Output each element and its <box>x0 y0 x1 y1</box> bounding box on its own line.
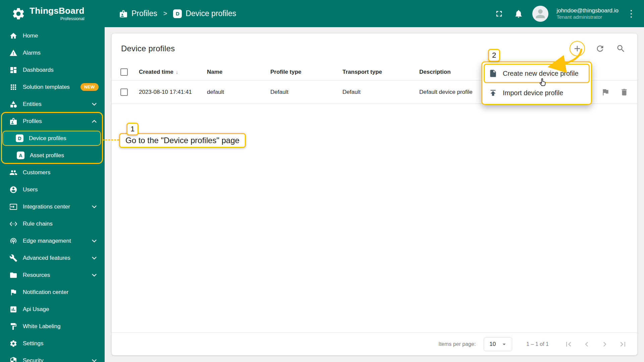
fullscreen-button[interactable] <box>493 8 505 19</box>
first-page-button[interactable] <box>564 339 574 349</box>
delete-icon[interactable] <box>620 88 629 97</box>
row-checkbox[interactable] <box>120 88 128 96</box>
column-header-name[interactable]: Name <box>207 69 270 75</box>
card-header: Device profiles <box>112 34 637 64</box>
sidebar-item-advanced-features[interactable]: Advanced features <box>0 249 105 266</box>
folder-icon <box>9 271 17 279</box>
previous-page-button[interactable] <box>582 339 592 349</box>
sidebar-item-api-usage[interactable]: Api Usage <box>0 301 105 318</box>
thingsboard-gear-icon <box>11 7 25 21</box>
asset-profiles-icon: A <box>17 152 24 159</box>
file-icon <box>489 69 497 78</box>
sidebar-item-device-profiles[interactable]: D Device profiles <box>2 131 101 146</box>
brand-subtitle: Professional <box>30 16 85 21</box>
add-profile-dropdown-menu: Create new device profile Import device … <box>481 61 592 105</box>
tutorial-step1-callout: Go to the "Device profiles" page <box>119 133 246 148</box>
refresh-icon <box>595 44 605 53</box>
column-header-transport-type[interactable]: Transport type <box>342 69 419 75</box>
brand-text: ThingsBoard Professional <box>30 6 85 21</box>
items-per-page-select[interactable]: 10 <box>484 337 512 351</box>
apps-grid-icon <box>9 83 17 91</box>
search-button[interactable] <box>615 43 627 54</box>
dashboard-icon <box>9 66 17 74</box>
sidebar-item-rule-chains[interactable]: Rule chains <box>0 215 105 232</box>
cell-created-time: 2023-08-10 17:41:41 <box>139 89 207 96</box>
page-title: Device profiles <box>121 44 175 53</box>
next-page-button[interactable] <box>600 339 610 349</box>
last-page-icon <box>618 340 628 349</box>
sidebar-item-home[interactable]: Home <box>0 27 105 44</box>
warning-icon <box>9 49 17 57</box>
sidebar-item-solution-templates[interactable]: Solution templates NEW <box>0 78 105 96</box>
chevron-down-icon <box>91 101 98 108</box>
table-actions <box>570 41 627 56</box>
add-device-profile-button[interactable] <box>570 41 585 56</box>
profiles-badge-icon <box>9 117 17 125</box>
chevron-down-icon <box>91 254 98 262</box>
column-header-profile-type[interactable]: Profile type <box>270 69 342 75</box>
set-default-flag-icon[interactable] <box>601 88 610 97</box>
people-icon <box>9 169 17 177</box>
refresh-button[interactable] <box>594 43 606 54</box>
flag-icon <box>9 288 17 296</box>
notifications-button[interactable] <box>513 8 524 19</box>
chevron-down-icon <box>91 237 98 245</box>
sidebar-item-users[interactable]: Users <box>0 181 105 198</box>
brand-logo[interactable]: ThingsBoard Professional <box>0 0 105 27</box>
sidebar-item-entities[interactable]: Entities <box>0 96 105 113</box>
paint-icon <box>9 322 17 330</box>
sidebar-item-security[interactable]: Security <box>0 352 105 362</box>
integration-icon <box>9 203 17 211</box>
chevron-down-icon <box>91 357 98 362</box>
entities-icon <box>9 100 17 108</box>
breadcrumb-device-profiles[interactable]: D Device profiles <box>173 9 236 18</box>
breadcrumb-separator: > <box>163 10 167 17</box>
sidebar-item-alarms[interactable]: Alarms <box>0 44 105 61</box>
chevron-down-icon <box>91 203 98 210</box>
more-menu-button[interactable]: ⋮ <box>627 8 635 19</box>
sidebar-item-dashboards[interactable]: Dashboards <box>0 61 105 78</box>
breadcrumb-page-label: Device profiles <box>185 9 236 18</box>
device-profiles-icon: D <box>16 134 23 142</box>
home-icon <box>9 32 17 40</box>
sidebar-item-settings[interactable]: Settings <box>0 335 105 352</box>
edge-antenna-icon <box>9 237 17 245</box>
sidebar-item-integrations-center[interactable]: Integrations center <box>0 198 105 215</box>
bell-icon <box>514 9 523 18</box>
user-email: johndoe@thingsboard.io <box>556 7 619 14</box>
menu-item-create-new-device-profile[interactable]: Create new device profile <box>484 64 590 83</box>
dropdown-caret-icon <box>500 341 508 348</box>
gear-icon <box>9 340 17 348</box>
fullscreen-icon <box>494 9 504 18</box>
device-profiles-icon: D <box>173 9 182 18</box>
profiles-badge-icon <box>119 9 128 18</box>
last-page-button[interactable] <box>618 339 628 349</box>
topbar: Profiles > D Device profiles johndoe@thi… <box>105 0 644 27</box>
cell-name: default <box>207 89 270 96</box>
column-header-created-time[interactable]: Created time ↓ <box>139 69 207 75</box>
sidebar-item-asset-profiles[interactable]: A Asset profiles <box>0 147 105 164</box>
brand-name: ThingsBoard <box>30 6 85 15</box>
items-per-page-label: Items per page: <box>438 341 476 347</box>
sidebar-item-white-labeling[interactable]: White Labeling <box>0 318 105 335</box>
sidebar-item-resources[interactable]: Resources <box>0 266 105 284</box>
menu-item-import-device-profile[interactable]: Import device profile <box>484 83 590 103</box>
tutorial-step1-badge: 1 <box>126 123 139 135</box>
tutorial-step2-badge: 2 <box>488 49 500 62</box>
shield-icon <box>9 357 17 362</box>
upload-icon <box>489 88 497 97</box>
breadcrumb-section-label: Profiles <box>131 9 157 18</box>
chevron-up-icon <box>91 118 98 125</box>
sidebar-item-notification-center[interactable]: Notification center <box>0 284 105 301</box>
new-badge: NEW <box>80 83 99 91</box>
select-all-checkbox[interactable] <box>120 68 128 76</box>
sidebar-item-customers[interactable]: Customers <box>0 164 105 181</box>
chart-icon <box>9 305 17 313</box>
cell-profile-type: Default <box>270 89 342 96</box>
breadcrumb-profiles[interactable]: Profiles <box>119 9 157 18</box>
user-avatar[interactable] <box>532 6 548 22</box>
chevron-right-icon <box>600 340 609 349</box>
sidebar-item-profiles[interactable]: Profiles <box>0 113 105 130</box>
sidebar-item-edge-management[interactable]: Edge management <box>0 232 105 249</box>
tools-icon <box>9 254 17 262</box>
